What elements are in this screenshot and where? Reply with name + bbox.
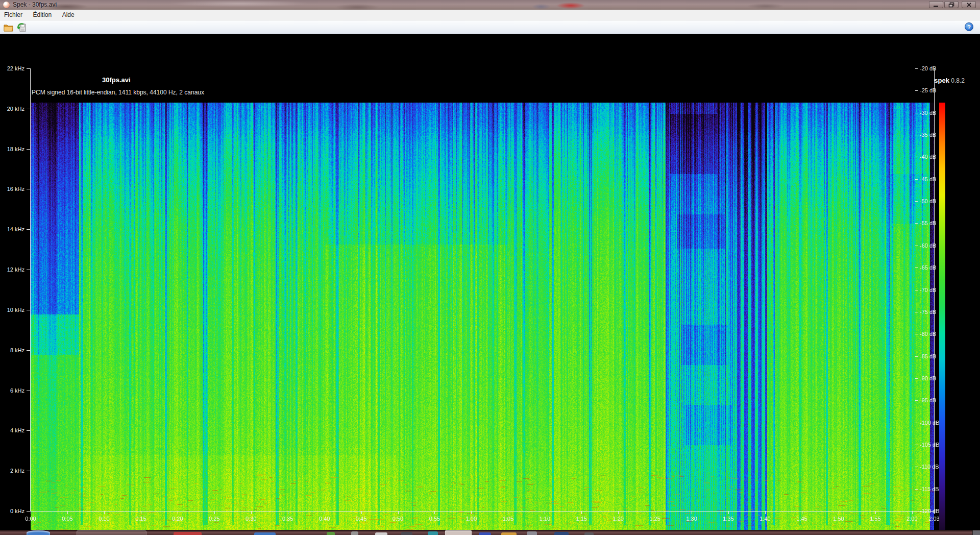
db-tick-label: -110 dB [920,464,939,470]
time-tick-label: 1:55 [870,516,880,522]
db-tick-label: -75 dB [920,309,936,315]
save-spectrogram-button[interactable] [15,22,28,33]
restore-button[interactable] [944,1,959,8]
windows-taskbar[interactable] [0,530,980,535]
time-tick-label: 1:35 [723,516,733,522]
freq-tick [27,471,30,471]
time-tick-label: 1:05 [503,516,513,522]
icon-gray-dot[interactable] [351,531,358,535]
time-tick-label: 1:00 [466,516,477,522]
time-tick [178,512,178,514]
time-tick-label: 0:30 [246,516,256,522]
freq-tick-label: 22 kHz [0,65,24,71]
db-tick [915,201,918,202]
db-tick [915,246,918,246]
active-task-button[interactable] [445,530,472,535]
icon-blue[interactable] [254,532,276,535]
db-tick [915,268,918,268]
db-tick [915,334,918,334]
close-button[interactable] [962,1,976,8]
freq-tick [27,149,30,150]
time-tick [655,512,655,514]
db-tick [915,489,918,490]
db-tick [915,467,918,467]
freq-tick [27,229,30,230]
freq-tick [27,511,30,512]
time-tick-label: 0:35 [282,516,293,522]
time-tick-label: 1:15 [576,516,587,522]
time-tick [434,512,435,514]
taskbar-button-frame[interactable] [77,530,146,535]
db-tick [915,356,918,357]
icon-frame2[interactable] [584,532,594,535]
time-tick-label: 2:00 [906,516,917,522]
open-folder-icon [3,23,14,32]
db-tick-label: -55 dB [920,220,936,226]
spek-window: { "window": { "title": "Spek - 30fps.avi… [0,0,980,535]
icon-teal[interactable] [428,531,438,535]
time-tick [288,512,288,514]
freq-tick-label: 20 kHz [0,106,24,112]
icon-photo[interactable] [554,532,569,535]
freq-tick-label: 12 kHz [0,266,24,273]
time-tick-label: 0:05 [62,516,72,522]
spek-logo-icon [3,2,10,8]
time-tick-label: 0:25 [209,516,219,522]
freq-tick [27,189,30,189]
icon-white[interactable] [375,532,387,535]
minimize-button[interactable] [929,1,943,8]
icon-red[interactable] [174,532,202,535]
close-icon [966,2,972,8]
time-tick [251,512,252,514]
time-tick [361,512,362,514]
icon-orange[interactable] [501,532,517,535]
start-orb[interactable] [27,530,50,535]
db-tick [915,223,918,224]
db-tick [915,290,918,290]
x-axis-line [30,511,935,512]
time-tick [104,512,105,514]
db-tick-label: -85 dB [920,353,936,359]
time-tick-label: 1:40 [760,516,770,522]
db-tick-label: -90 dB [920,375,936,381]
db-tick [915,400,918,401]
db-tick [915,90,918,91]
title-bar[interactable]: Spek - 30fps.avi [0,0,980,10]
menu-aide[interactable]: Aide [58,10,79,18]
toolbar: ? [0,20,980,34]
menu-edition[interactable]: Édition [29,10,56,18]
db-tick-label: -35 dB [920,132,936,138]
spectrogram-canvas [31,103,934,535]
time-tick-label: 0:00 [25,516,36,522]
menu-fichier[interactable]: Fichier [0,10,27,18]
time-tick [67,512,68,514]
icon-dark[interactable] [401,532,412,535]
time-tick-label: 1:30 [686,516,697,522]
time-tick [728,512,729,514]
minimize-icon [933,2,939,7]
time-tick [912,512,913,514]
time-tick-label: 1:50 [833,516,844,522]
freq-tick-label: 18 kHz [0,146,24,152]
freq-tick-label: 0 kHz [0,508,24,514]
restore-icon [948,2,954,8]
time-tick-label: 1:45 [796,516,807,522]
icon-gray[interactable] [527,531,537,535]
file-info: PCM signed 16-bit little-endian, 1411 kb… [32,89,204,96]
freq-tick [27,109,30,109]
icon-blue-round[interactable] [479,532,491,535]
open-file-button[interactable] [2,22,14,33]
time-tick-label: 0:55 [429,516,440,522]
time-tick [839,512,839,514]
db-tick [915,113,918,113]
freq-tick-label: 16 kHz [0,186,24,192]
time-tick [618,512,619,514]
show-desktop-button[interactable] [972,530,980,535]
time-tick [508,512,508,514]
time-tick-label: 1:10 [540,516,550,522]
time-tick-label: 1:20 [613,516,624,522]
spectrogram-panel: 30fps.avi PCM signed 16-bit little-endia… [0,34,980,530]
window-title: Spek - 30fps.avi [13,1,57,8]
icon-green[interactable] [327,532,335,535]
help-button[interactable]: ? [965,22,973,31]
